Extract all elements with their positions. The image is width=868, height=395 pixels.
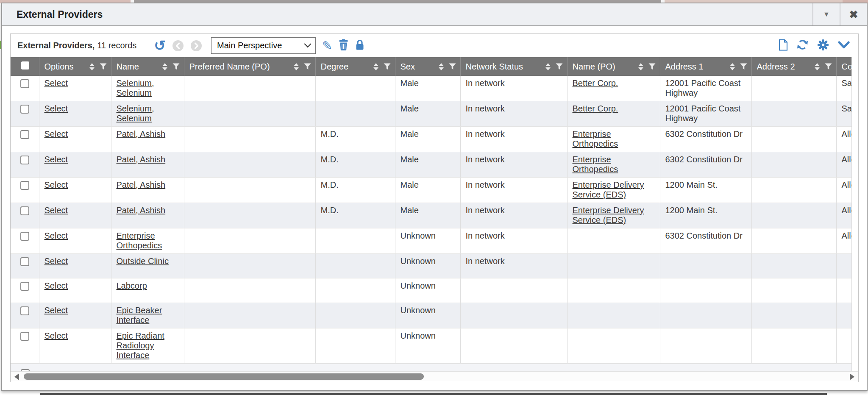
select-link[interactable]: Select [45, 155, 68, 164]
provider-link[interactable]: Enterprise Orthopedics [117, 231, 162, 250]
filter-funnel-icon[interactable] [825, 63, 832, 70]
filter-funnel-icon[interactable] [740, 63, 747, 70]
provider-link[interactable]: Epic Radiant Radiology Interface [117, 331, 164, 360]
column-header-address-1[interactable]: Address 1 [660, 57, 751, 76]
sort-icon[interactable] [89, 63, 95, 70]
delete-trash-icon[interactable] [339, 39, 348, 53]
provider-link[interactable]: Enterprise Delivery Service (EDS) [573, 206, 644, 225]
row-checkbox[interactable] [20, 332, 29, 341]
column-header-options[interactable]: Options [39, 57, 111, 76]
cell-network_status: In network [460, 254, 567, 278]
provider-link[interactable]: Selenium, Selenium [117, 78, 154, 97]
column-header-name-po-[interactable]: Name (PO) [567, 57, 660, 76]
provider-link[interactable]: Patel, Ashish [117, 155, 166, 164]
next-button[interactable] [190, 40, 202, 52]
sort-icon[interactable] [373, 63, 378, 70]
sort-icon[interactable] [294, 63, 299, 70]
provider-link[interactable]: Selenium, Selenium [117, 104, 154, 123]
cell-network_status: In network [460, 203, 567, 228]
column-header-preferred-name-po-[interactable]: Preferred Name (PO) [184, 57, 315, 76]
cell-network_status: In network [460, 127, 567, 152]
select-link[interactable]: Select [45, 180, 68, 189]
row-checkbox[interactable] [20, 130, 29, 139]
previous-button[interactable] [172, 40, 184, 52]
select-link[interactable]: Select [45, 104, 68, 113]
provider-link[interactable]: Labcorp [117, 281, 147, 290]
column-header-network-status[interactable]: Network Status [460, 57, 567, 76]
column-header-county[interactable]: County [836, 57, 851, 76]
row-checkbox[interactable] [20, 232, 29, 241]
edit-pencil-icon[interactable]: ✎ [322, 40, 332, 52]
toolbar-right-tools [779, 39, 858, 53]
row-checkbox[interactable] [20, 156, 29, 164]
select-link[interactable]: Select [45, 256, 68, 266]
cell-name: Patel, Ashish [111, 203, 184, 228]
provider-link[interactable]: Enterprise Delivery Service (EDS) [573, 180, 644, 199]
provider-link[interactable]: Better Corp. [573, 104, 618, 113]
table-row: SelectEpic Radiant Radiology InterfaceUn… [11, 328, 851, 364]
row-checkbox[interactable] [20, 282, 29, 291]
cell-address1 [660, 278, 751, 303]
select-link[interactable]: Select [45, 78, 68, 88]
undo-icon[interactable]: ↺ [154, 40, 166, 52]
column-header-sex[interactable]: Sex [395, 57, 460, 76]
new-document-icon[interactable] [779, 39, 788, 53]
provider-link[interactable]: Enterprise Orthopedics [573, 129, 618, 148]
filter-funnel-icon[interactable] [384, 63, 391, 70]
sort-icon[interactable] [815, 63, 820, 70]
perspective-select[interactable]: Main Perspective [211, 37, 316, 54]
cell-degree [315, 228, 395, 254]
dialog-menu-button[interactable]: ▼ [812, 3, 840, 25]
grid-area: OptionsNamePreferred Name (PO)DegreeSexN… [11, 57, 858, 371]
provider-link[interactable]: Patel, Ashish [117, 129, 166, 139]
filter-funnel-icon[interactable] [304, 63, 311, 70]
sort-icon[interactable] [439, 63, 444, 70]
filter-funnel-icon[interactable] [648, 63, 656, 70]
cell-name: Enterprise Orthopedics [111, 228, 184, 254]
column-header-name[interactable]: Name [111, 57, 184, 76]
row-checkbox[interactable] [20, 79, 29, 88]
column-header-degree[interactable]: Degree [315, 57, 395, 76]
cell-network_status: In network [460, 228, 567, 254]
cell-sex: Unknown [395, 278, 460, 303]
select-link[interactable]: Select [45, 306, 68, 315]
provider-link[interactable]: Enterprise Orthopedics [573, 155, 618, 174]
provider-link[interactable]: Outside Clinic [117, 256, 169, 266]
filter-funnel-icon[interactable] [172, 63, 180, 70]
screen: External Providers ▼ ✖ External Provider… [0, 0, 868, 395]
dialog-close-button[interactable]: ✖ [840, 3, 867, 25]
row-checkbox[interactable] [20, 206, 29, 215]
select-link[interactable]: Select [45, 129, 68, 139]
select-link[interactable]: Select [45, 281, 68, 290]
select-link[interactable]: Select [45, 231, 68, 240]
provider-link[interactable]: Epic Beaker Interface [117, 306, 162, 325]
provider-link[interactable]: Patel, Ashish [117, 206, 166, 215]
filter-funnel-icon[interactable] [556, 63, 563, 70]
select-link[interactable]: Select [45, 331, 68, 340]
sort-icon[interactable] [730, 63, 735, 70]
collapse-chevron-icon[interactable] [838, 41, 850, 51]
cell-preferred_name [184, 278, 315, 303]
horizontal-scrollbar[interactable] [11, 371, 858, 382]
row-checkbox[interactable] [20, 181, 29, 190]
row-checkbox[interactable] [20, 257, 29, 266]
gear-icon[interactable] [817, 39, 829, 53]
filter-funnel-icon[interactable] [449, 63, 456, 70]
row-checkbox[interactable] [20, 306, 29, 315]
provider-link[interactable]: Patel, Ashish [117, 180, 166, 189]
sort-icon[interactable] [545, 63, 551, 70]
row-checkbox[interactable] [20, 105, 29, 114]
scroll-left-arrow-icon[interactable] [14, 373, 19, 380]
provider-link[interactable]: Better Corp. [573, 78, 618, 88]
filter-funnel-icon[interactable] [100, 63, 107, 70]
select-all-checkbox[interactable] [21, 61, 29, 70]
column-header-address-2[interactable]: Address 2 [751, 57, 836, 76]
scroll-right-arrow-icon[interactable] [850, 373, 854, 380]
scrollbar-thumb[interactable] [24, 373, 424, 380]
sort-icon[interactable] [638, 63, 643, 70]
refresh-icon[interactable] [797, 39, 808, 52]
lock-icon[interactable] [355, 39, 365, 52]
select-link[interactable]: Select [45, 206, 68, 215]
sort-icon[interactable] [162, 63, 167, 70]
cell-address1: 6302 Constitution Dr [660, 127, 751, 152]
